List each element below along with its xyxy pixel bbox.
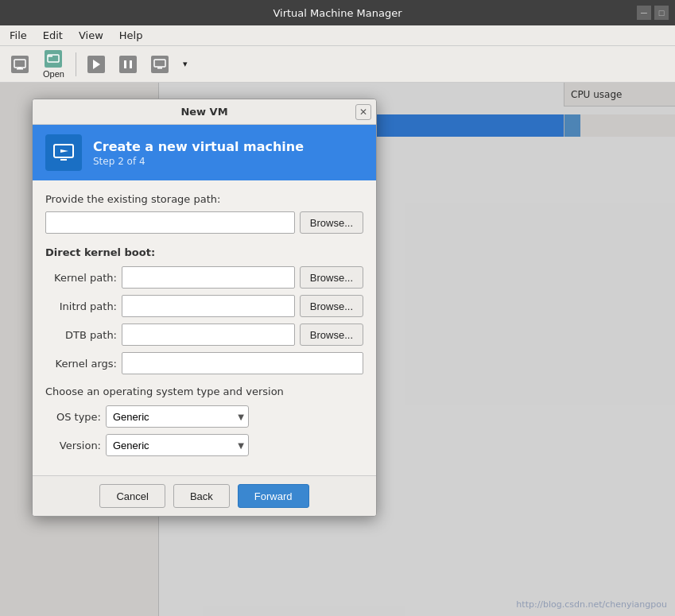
vm-icon xyxy=(11,56,29,73)
main-area: CPU usage New VM ✕ xyxy=(0,83,675,616)
title-bar: Virtual Machine Manager ─ □ xyxy=(0,0,675,25)
os-type-label: OS type: xyxy=(45,411,101,423)
kernel-args-label: Kernel args: xyxy=(45,358,117,370)
dropdown-arrow: ▾ xyxy=(183,59,188,69)
initrd-path-label: Initrd path: xyxy=(45,300,117,312)
kernel-section-label: Direct kernel boot: xyxy=(45,246,363,258)
toolbar: Open xyxy=(0,46,675,83)
open-icon xyxy=(45,50,62,68)
os-type-row: OS type: Generic Linux Windows BSD Other… xyxy=(45,405,363,428)
cancel-button[interactable]: Cancel xyxy=(99,484,165,508)
minimize-button[interactable]: ─ xyxy=(637,6,651,20)
dtb-path-input[interactable] xyxy=(122,323,295,346)
menu-help[interactable]: Help xyxy=(113,28,149,43)
kernel-path-label: Kernel path: xyxy=(45,272,117,284)
toolbar-open-btn[interactable]: Open xyxy=(37,48,71,81)
svg-rect-2 xyxy=(18,67,21,68)
menu-view[interactable]: View xyxy=(72,28,110,43)
kernel-path-input[interactable] xyxy=(122,266,295,289)
menu-bar: File Edit View Help xyxy=(0,25,675,46)
open-label: Open xyxy=(43,69,64,79)
kernel-args-row: Kernel args: xyxy=(45,352,363,374)
toolbar-vm-icon-btn[interactable] xyxy=(5,53,35,76)
dtb-browse-button[interactable]: Browse... xyxy=(300,323,363,346)
kernel-path-row: Kernel path: Browse... xyxy=(45,266,363,289)
dialog-header-step: Step 2 of 4 xyxy=(93,156,304,167)
play-icon xyxy=(87,56,105,73)
back-button[interactable]: Back xyxy=(173,484,230,508)
svg-rect-12 xyxy=(60,159,67,161)
os-section-label: Choose an operating system type and vers… xyxy=(45,385,363,397)
os-version-row: Version: Generic ▼ xyxy=(45,434,363,456)
os-type-select[interactable]: Generic Linux Windows BSD Other xyxy=(106,405,249,428)
dialog-body: Provide the existing storage path: Brows… xyxy=(33,180,376,475)
storage-row: Browse... xyxy=(45,211,363,234)
initrd-path-input[interactable] xyxy=(122,295,295,317)
app-window: Virtual Machine Manager ─ □ File Edit Vi… xyxy=(0,0,675,616)
dialog-footer: Cancel Back Forward xyxy=(33,475,376,516)
dialog-header-text: Create a new virtual machine Step 2 of 4 xyxy=(93,139,304,167)
dialog-header: Create a new virtual machine Step 2 of 4 xyxy=(33,125,376,180)
dtb-path-row: DTB path: Browse... xyxy=(45,323,363,346)
dialog-title-bar: New VM ✕ xyxy=(33,99,376,125)
toolbar-dropdown-btn[interactable]: ▾ xyxy=(177,56,194,72)
svg-rect-6 xyxy=(124,60,126,68)
initrd-path-row: Initrd path: Browse... xyxy=(45,295,363,317)
storage-label: Provide the existing storage path: xyxy=(45,193,363,205)
dialog-header-title: Create a new virtual machine xyxy=(93,139,304,154)
title-bar-controls: ─ □ xyxy=(637,6,669,20)
toolbar-screen-btn[interactable] xyxy=(145,53,175,76)
dtb-path-label: DTB path: xyxy=(45,329,117,341)
pause-icon xyxy=(119,56,137,73)
os-version-select-wrapper: Generic ▼ xyxy=(106,434,249,456)
os-version-select[interactable]: Generic xyxy=(106,434,249,456)
os-version-label: Version: xyxy=(45,440,101,451)
os-section: Choose an operating system type and vers… xyxy=(45,385,363,456)
initrd-browse-button[interactable]: Browse... xyxy=(300,295,363,317)
new-vm-dialog: New VM ✕ Create a new virtual machine St… xyxy=(32,99,377,517)
svg-rect-0 xyxy=(14,60,25,68)
storage-path-input[interactable] xyxy=(45,211,295,234)
forward-button[interactable]: Forward xyxy=(238,484,309,508)
svg-rect-8 xyxy=(154,60,165,67)
menu-edit[interactable]: Edit xyxy=(37,28,69,43)
storage-browse-button[interactable]: Browse... xyxy=(300,211,363,234)
svg-rect-7 xyxy=(130,60,132,68)
menu-file[interactable]: File xyxy=(3,28,33,43)
svg-rect-9 xyxy=(157,68,162,69)
app-title: Virtual Machine Manager xyxy=(273,7,402,19)
toolbar-play-btn[interactable] xyxy=(81,53,111,76)
svg-rect-1 xyxy=(17,68,23,70)
dialog-header-icon xyxy=(45,134,82,171)
kernel-args-input[interactable] xyxy=(122,352,363,374)
toolbar-separator xyxy=(76,52,76,76)
dialog-title: New VM xyxy=(180,106,227,118)
toolbar-pause-btn[interactable] xyxy=(113,53,143,76)
svg-marker-11 xyxy=(60,149,68,153)
svg-rect-3 xyxy=(48,56,52,57)
dialog-close-button[interactable]: ✕ xyxy=(355,104,371,120)
kernel-path-browse-button[interactable]: Browse... xyxy=(300,266,363,289)
svg-marker-5 xyxy=(93,60,100,69)
os-type-select-wrapper: Generic Linux Windows BSD Other ▼ xyxy=(106,405,249,428)
screen-icon xyxy=(151,56,169,73)
maximize-button[interactable]: □ xyxy=(654,6,669,20)
